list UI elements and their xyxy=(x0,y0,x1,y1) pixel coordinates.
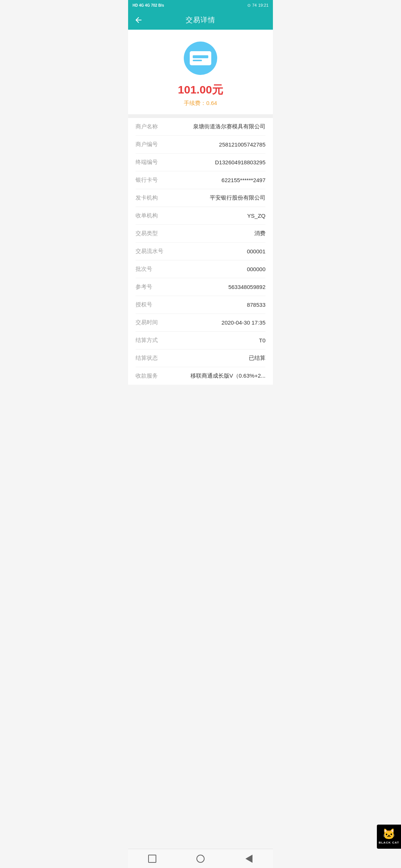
detail-row: 交易类型消费 xyxy=(136,225,265,243)
network-info: HD 4G 4G xyxy=(133,3,150,7)
location-icon: ⊙ xyxy=(247,3,251,8)
detail-value: 878533 xyxy=(165,302,265,308)
detail-label: 参考号 xyxy=(136,283,165,290)
transaction-amount: 101.00元 xyxy=(178,82,223,98)
detail-row: 收款服务移联商通成长版V（0.63%+2... xyxy=(136,367,265,385)
detail-value: 已结算 xyxy=(165,355,265,362)
transaction-fee: 手续费：0.64 xyxy=(184,100,217,107)
detail-value: YS_ZQ xyxy=(165,213,265,219)
detail-row: 银行卡号622155******2497 xyxy=(136,171,265,189)
battery-level: 74 xyxy=(252,3,257,7)
detail-row: 交易时间2020-04-30 17:35 xyxy=(136,314,265,332)
detail-label: 银行卡号 xyxy=(136,177,165,184)
speed-info: 702 B/s xyxy=(151,3,164,7)
detail-row: 收单机构YS_ZQ xyxy=(136,207,265,225)
detail-label: 授权号 xyxy=(136,301,165,308)
card-section: 101.00元 手续费：0.64 xyxy=(128,30,273,114)
card-icon-inner xyxy=(190,51,211,65)
detail-row: 终端编号D132604918803295 xyxy=(136,154,265,171)
detail-value: 258121005742785 xyxy=(165,141,265,148)
detail-row: 结算方式T0 xyxy=(136,332,265,349)
detail-value: 平安银行股份有限公司 xyxy=(165,194,265,201)
detail-row: 交易流水号000001 xyxy=(136,243,265,260)
detail-label: 商户编号 xyxy=(136,141,165,148)
detail-value: 2020-04-30 17:35 xyxy=(165,319,265,326)
card-line xyxy=(193,60,202,61)
status-bar-left: HD 4G 4G 702 B/s xyxy=(133,3,164,7)
header: 交易详情 xyxy=(128,10,273,30)
detail-label: 终端编号 xyxy=(136,159,165,166)
detail-row: 结算状态已结算 xyxy=(136,349,265,367)
detail-value: D132604918803295 xyxy=(165,159,265,165)
detail-label: 商户名称 xyxy=(136,123,165,130)
detail-row: 商户名称泉塘街道洛尔赛模具有限公司 xyxy=(136,118,265,136)
status-bar-right: ⊙ 74 19:21 xyxy=(247,3,268,8)
detail-label: 交易时间 xyxy=(136,319,165,326)
detail-row: 授权号878533 xyxy=(136,296,265,314)
detail-row: 参考号563348059892 xyxy=(136,278,265,296)
card-stripe xyxy=(193,55,208,58)
detail-section: 商户名称泉塘街道洛尔赛模具有限公司商户编号258121005742785终端编号… xyxy=(128,118,273,385)
detail-value: 000000 xyxy=(165,266,265,272)
detail-row: 商户编号258121005742785 xyxy=(136,136,265,154)
detail-value: 000001 xyxy=(165,248,265,254)
detail-value: 622155******2497 xyxy=(165,177,265,183)
page-title: 交易详情 xyxy=(186,15,215,25)
detail-value: 移联商通成长版V（0.63%+2... xyxy=(165,372,265,379)
main-content: 101.00元 手续费：0.64 商户名称泉塘街道洛尔赛模具有限公司商户编号25… xyxy=(128,30,273,385)
detail-label: 结算状态 xyxy=(136,355,165,362)
detail-label: 交易流水号 xyxy=(136,248,165,255)
detail-value: 消费 xyxy=(165,230,265,237)
fee-value: 0.64 xyxy=(206,100,217,106)
detail-label: 发卡机构 xyxy=(136,194,165,201)
detail-value: 563348059892 xyxy=(165,284,265,290)
time-display: 19:21 xyxy=(258,3,268,7)
detail-label: 结算方式 xyxy=(136,337,165,344)
card-icon-circle xyxy=(184,42,217,75)
detail-label: 收单机构 xyxy=(136,212,165,219)
detail-row: 发卡机构平安银行股份有限公司 xyxy=(136,189,265,207)
detail-value: 泉塘街道洛尔赛模具有限公司 xyxy=(165,123,265,130)
detail-label: 收款服务 xyxy=(136,372,165,379)
detail-value: T0 xyxy=(165,337,265,343)
section-divider xyxy=(128,114,273,118)
back-button[interactable] xyxy=(134,16,143,24)
detail-row: 批次号000000 xyxy=(136,260,265,278)
status-bar: HD 4G 4G 702 B/s ⊙ 74 19:21 xyxy=(128,0,273,10)
fee-label: 手续费： xyxy=(184,100,206,106)
detail-label: 批次号 xyxy=(136,266,165,273)
detail-label: 交易类型 xyxy=(136,230,165,237)
